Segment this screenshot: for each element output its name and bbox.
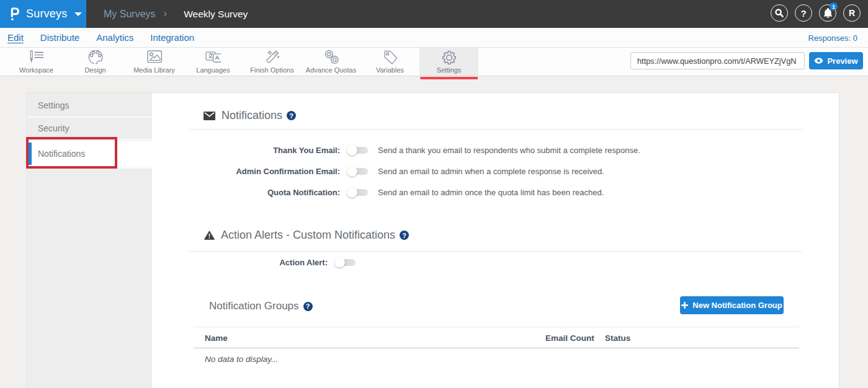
avatar-initial: R: [849, 8, 855, 18]
help-icon: ?: [800, 8, 806, 19]
sidebar-item-label: Security: [38, 123, 69, 133]
action-alert-rows: Action Alert:: [188, 252, 356, 273]
breadcrumb-parent[interactable]: My Surveys: [104, 9, 156, 20]
quota-notification-toggle[interactable]: [347, 188, 368, 196]
thank-you-email-toggle[interactable]: [347, 146, 368, 154]
sidebar-separator: [27, 167, 152, 169]
notification-badge: 1: [830, 2, 838, 11]
toolbar-item-advance-quotas[interactable]: Advance Quotas: [302, 48, 360, 76]
toolbar-item-label: Design: [66, 66, 125, 74]
sidebar-item-label: Notifications: [38, 149, 85, 159]
action-alerts-section-header: Action Alerts - Custom Notifications ?: [204, 229, 409, 242]
toolbar-item-label: Finish Options: [243, 66, 302, 74]
tab-analytics[interactable]: Analytics: [96, 32, 133, 43]
workspace-icon: [29, 50, 44, 65]
toggle-knob: [334, 257, 345, 268]
notification-toggle-rows: Thank You Email: Send a thank you email …: [188, 139, 640, 203]
toolbar-item-media-library[interactable]: Media Library: [125, 48, 184, 76]
toolbar-item-finish-options[interactable]: Finish Options: [243, 48, 302, 76]
toolbar-item-label: Workspace: [7, 66, 66, 74]
settings-card: Settings Security Notifications Notifica…: [27, 93, 839, 388]
product-switcher[interactable]: Surveys: [0, 0, 86, 28]
column-header-email-count: Email Count: [545, 333, 594, 343]
topbar: Surveys My Surveys › Weekly Survey ? 1 R: [0, 0, 868, 28]
help-button[interactable]: ?: [795, 4, 812, 22]
new-notification-group-button[interactable]: New Notification Group: [680, 296, 784, 314]
edit-toolbar: Workspace Design Media Library Languages…: [0, 48, 868, 76]
quota-notification-row: Quota Notification: Send an email to adm…: [188, 182, 640, 203]
settings-gear-icon: [442, 50, 457, 65]
active-toolbar-underline: [420, 77, 478, 79]
envelope-icon: [204, 112, 215, 120]
notification-groups-table: Name Email Count Status No data to displ…: [194, 327, 799, 364]
help-badge-icon[interactable]: ?: [287, 111, 296, 120]
toolbar-item-label: Languages: [184, 66, 243, 74]
responses-count[interactable]: Responses: 0: [808, 33, 858, 43]
help-badge-icon[interactable]: ?: [400, 231, 409, 240]
sidebar-item-security[interactable]: Security: [27, 118, 152, 139]
toggle-knob: [347, 145, 357, 156]
warning-triangle-icon: [204, 231, 215, 240]
toggle-knob: [347, 187, 357, 198]
admin-confirmation-email-toggle[interactable]: [347, 167, 368, 175]
breadcrumb: My Surveys › Weekly Survey: [104, 0, 248, 28]
breadcrumb-current: Weekly Survey: [184, 9, 248, 20]
toolbar-item-languages[interactable]: Languages: [184, 48, 243, 76]
finish-options-icon: [264, 50, 280, 65]
thank-you-email-row: Thank You Email: Send a thank you email …: [188, 139, 640, 161]
table-header: Name Email Count Status: [194, 327, 799, 348]
survey-url-input[interactable]: [630, 52, 805, 69]
toolbar-item-settings[interactable]: Settings: [419, 48, 478, 76]
field-description: Send a thank you email to respondents wh…: [378, 146, 640, 155]
action-alert-row: Action Alert:: [188, 252, 356, 273]
variables-icon: [383, 50, 398, 65]
help-badge-icon[interactable]: ?: [303, 302, 313, 311]
section-title: Notifications: [221, 109, 282, 122]
toolbar-item-variables[interactable]: Variables: [360, 48, 419, 76]
active-item-indicator: [27, 143, 32, 165]
action-alert-toggle[interactable]: [335, 258, 356, 267]
field-label: Action Alert:: [188, 258, 328, 267]
toolbar-item-workspace[interactable]: Workspace: [7, 48, 66, 76]
tab-distribute[interactable]: Distribute: [40, 32, 79, 43]
toolbar-item-label: Settings: [419, 66, 478, 74]
tab-edit[interactable]: Edit: [7, 32, 24, 43]
languages-icon: [205, 50, 221, 65]
section-title: Notification Groups: [209, 300, 299, 312]
product-label: Surveys: [26, 7, 67, 20]
survey-nav-tabs: Edit Distribute Analytics Integration Re…: [0, 28, 868, 48]
design-icon: [88, 50, 103, 65]
toolbar-item-label: Media Library: [125, 66, 184, 74]
table-empty-message: No data to display...: [194, 348, 799, 364]
avatar[interactable]: R: [843, 4, 861, 22]
questionpro-logo-icon: [11, 7, 19, 20]
preview-button[interactable]: Preview: [809, 52, 863, 69]
sidebar-item-settings[interactable]: Settings: [27, 94, 152, 117]
plus-icon: [681, 302, 688, 309]
section-title: Action Alerts - Custom Notifications: [221, 229, 395, 242]
sidebar-item-notifications[interactable]: Notifications: [27, 141, 152, 167]
column-header-name: Name: [205, 333, 228, 343]
toolbar-item-label: Variables: [360, 66, 419, 74]
new-group-button-label: New Notification Group: [692, 301, 782, 310]
tab-integration[interactable]: Integration: [150, 32, 194, 43]
settings-sidebar: Settings Security Notifications: [27, 93, 152, 388]
notifications-button[interactable]: 1: [819, 4, 836, 22]
toggle-knob: [347, 166, 357, 177]
notifications-section-header: Notifications ?: [204, 109, 296, 122]
eye-icon: [814, 58, 823, 64]
preview-button-label: Preview: [827, 56, 857, 66]
section-divider: [188, 129, 802, 130]
topbar-actions: ? 1 R: [771, 4, 861, 22]
field-label: Thank You Email:: [188, 146, 340, 155]
search-button[interactable]: [771, 4, 788, 22]
toolbar-item-design[interactable]: Design: [66, 48, 125, 76]
field-label: Quota Notification:: [188, 188, 340, 197]
field-label: Admin Confirmation Email:: [188, 167, 340, 176]
column-header-status: Status: [605, 333, 630, 343]
page-content: Settings Security Notifications Notifica…: [0, 76, 868, 388]
advance-quotas-icon: [324, 50, 339, 65]
breadcrumb-separator-icon: ›: [164, 7, 168, 20]
admin-confirmation-email-row: Admin Confirmation Email: Send an email …: [188, 161, 640, 182]
settings-main: Notifications ? Thank You Email: Send a …: [152, 93, 839, 388]
